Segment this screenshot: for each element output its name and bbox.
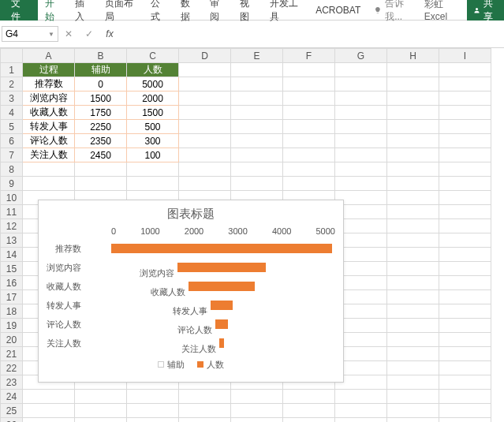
row-header[interactable]: 7 <box>1 148 23 162</box>
cell[interactable] <box>439 375 491 390</box>
column-header[interactable]: C <box>127 49 179 63</box>
row-header[interactable]: 17 <box>1 290 23 304</box>
cell[interactable] <box>439 205 491 219</box>
column-header[interactable]: F <box>283 49 335 63</box>
cell[interactable] <box>439 361 491 375</box>
cell[interactable] <box>75 404 127 418</box>
cell[interactable] <box>231 404 283 418</box>
cell[interactable] <box>23 404 75 418</box>
cell[interactable] <box>283 106 335 120</box>
row-header[interactable]: 5 <box>1 120 23 134</box>
cell[interactable] <box>439 290 491 304</box>
cell[interactable] <box>387 191 439 205</box>
cell[interactable] <box>387 77 439 91</box>
select-all-corner[interactable] <box>1 49 23 63</box>
cell[interactable] <box>335 418 387 423</box>
cell[interactable] <box>335 134 387 148</box>
ribbon-tab-4[interactable]: 数据 <box>174 0 203 21</box>
cell[interactable] <box>283 63 335 77</box>
cell[interactable] <box>23 390 75 404</box>
cell[interactable] <box>283 390 335 404</box>
cell[interactable] <box>335 106 387 120</box>
row-header[interactable]: 12 <box>1 219 23 233</box>
cell[interactable]: 100 <box>127 148 179 162</box>
cell[interactable]: 500 <box>127 120 179 134</box>
cell[interactable] <box>387 319 439 333</box>
cell[interactable] <box>335 390 387 404</box>
cell[interactable] <box>231 120 283 134</box>
file-tab[interactable]: 文件 <box>0 0 38 21</box>
cell[interactable] <box>387 390 439 404</box>
cell[interactable]: 2250 <box>75 120 127 134</box>
row-header[interactable]: 19 <box>1 319 23 333</box>
cell[interactable]: 1750 <box>75 106 127 120</box>
cell[interactable] <box>387 91 439 106</box>
cell[interactable] <box>387 120 439 134</box>
cell[interactable] <box>387 333 439 347</box>
column-header[interactable]: G <box>335 49 387 63</box>
cell[interactable] <box>387 63 439 77</box>
cell[interactable] <box>387 205 439 219</box>
cell[interactable] <box>75 177 127 191</box>
cell[interactable] <box>179 120 231 134</box>
cell[interactable] <box>439 177 491 191</box>
cell[interactable] <box>283 148 335 162</box>
row-header[interactable]: 25 <box>1 404 23 418</box>
enter-formula-button[interactable]: ✓ <box>79 28 99 39</box>
cell[interactable] <box>439 333 491 347</box>
cell[interactable] <box>439 390 491 404</box>
cell[interactable]: 过程 <box>23 63 75 77</box>
cell[interactable] <box>439 418 491 423</box>
cell[interactable] <box>335 77 387 91</box>
cell[interactable] <box>387 290 439 304</box>
ribbon-tab-6[interactable]: 视图 <box>233 0 263 21</box>
cell[interactable]: 2350 <box>75 134 127 148</box>
cell[interactable] <box>439 148 491 162</box>
cell[interactable] <box>439 347 491 361</box>
cell[interactable] <box>179 91 231 106</box>
cell[interactable] <box>283 91 335 106</box>
row-header[interactable]: 9 <box>1 177 23 191</box>
cell[interactable]: 浏览内容 <box>23 91 75 106</box>
row-header[interactable]: 1 <box>1 63 23 77</box>
row-header[interactable]: 2 <box>1 77 23 91</box>
cell[interactable] <box>387 262 439 276</box>
cell[interactable] <box>231 106 283 120</box>
cell[interactable] <box>283 177 335 191</box>
cell[interactable] <box>387 148 439 162</box>
cell[interactable] <box>387 404 439 418</box>
cell[interactable] <box>179 177 231 191</box>
cell[interactable]: 人数 <box>127 63 179 77</box>
ribbon-tab-5[interactable]: 审阅 <box>203 0 233 21</box>
cell[interactable] <box>231 418 283 423</box>
cell[interactable] <box>75 390 127 404</box>
row-header[interactable]: 6 <box>1 134 23 148</box>
cell[interactable] <box>439 162 491 177</box>
column-header[interactable]: I <box>439 49 491 63</box>
cell[interactable] <box>335 91 387 106</box>
cell[interactable]: 评论人数 <box>23 134 75 148</box>
cell[interactable] <box>387 219 439 233</box>
cell[interactable] <box>23 177 75 191</box>
cell[interactable] <box>231 177 283 191</box>
column-header[interactable]: A <box>23 49 75 63</box>
tell-me[interactable]: 告诉我... <box>368 0 420 24</box>
cell[interactable]: 推荐数 <box>23 77 75 91</box>
ribbon-tab-1[interactable]: 插入 <box>68 0 98 21</box>
cell[interactable] <box>179 162 231 177</box>
row-header[interactable]: 10 <box>1 191 23 205</box>
cell[interactable] <box>23 162 75 177</box>
cell[interactable] <box>283 134 335 148</box>
cell[interactable] <box>387 375 439 390</box>
ribbon-tab-7[interactable]: 开发工具 <box>263 0 308 21</box>
cell[interactable] <box>439 276 491 290</box>
cell[interactable]: 辅助 <box>75 63 127 77</box>
cell[interactable] <box>179 106 231 120</box>
cell[interactable]: 5000 <box>127 77 179 91</box>
cell[interactable] <box>439 319 491 333</box>
cell[interactable] <box>387 276 439 290</box>
row-header[interactable]: 3 <box>1 91 23 106</box>
cell[interactable] <box>439 404 491 418</box>
column-header[interactable]: E <box>231 49 283 63</box>
cell[interactable] <box>231 148 283 162</box>
